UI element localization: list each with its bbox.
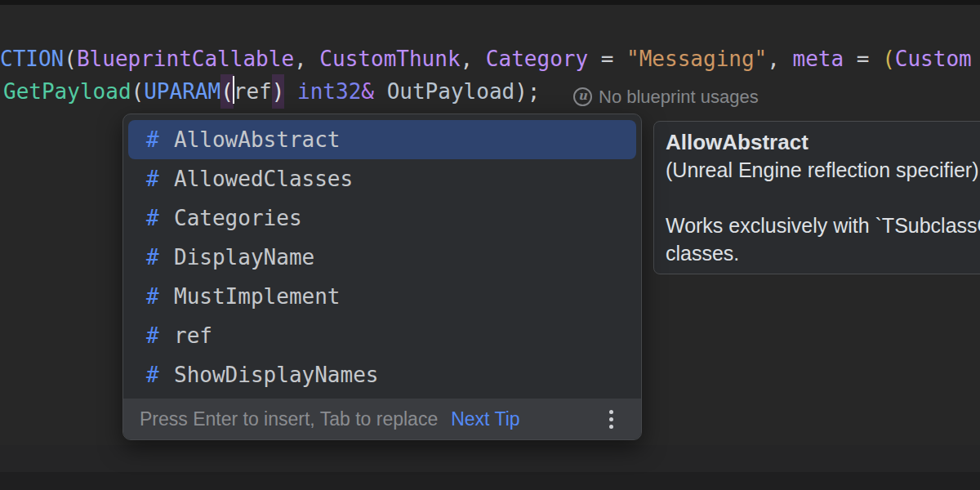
code-token <box>374 79 387 104</box>
code-token: ( <box>131 79 145 104</box>
code-token: CTION <box>0 47 64 71</box>
footer-hint-text: Press Enter to insert, Tab to replace <box>140 408 438 430</box>
usage-hint-label: No blueprint usages <box>599 87 759 108</box>
completion-item[interactable]: #DisplayName <box>128 238 636 277</box>
hash-attribute-icon: # <box>146 245 161 270</box>
more-options-icon[interactable] <box>606 407 617 432</box>
completion-item-label: ref <box>174 323 212 348</box>
code-token: "Messaging" <box>626 47 767 71</box>
completion-footer: Press Enter to insert, Tab to replace Ne… <box>123 399 641 439</box>
completion-item[interactable]: #Categories <box>128 198 636 238</box>
code-token: ( <box>64 47 77 71</box>
completion-item-label: AllowAbstract <box>174 127 341 152</box>
unreal-engine-icon: u <box>573 87 592 106</box>
hash-attribute-icon: # <box>146 284 161 309</box>
code-token: , <box>461 47 486 71</box>
code-token: GetPayload <box>3 79 131 104</box>
completion-item[interactable]: #AllowedClasses <box>128 159 636 198</box>
hash-attribute-icon: # <box>146 167 161 191</box>
code-token: = <box>844 47 882 71</box>
completion-popup: #AllowAbstract#AllowedClasses#Categories… <box>122 114 642 440</box>
code-token: , <box>767 47 792 71</box>
code-token: int32 <box>297 79 361 104</box>
completion-item-label: AllowedClasses <box>174 167 353 191</box>
doc-line: classes. <box>666 239 980 267</box>
doc-line: (Unreal Engine reflection specifier) <box>666 156 980 184</box>
code-token: OutPayload <box>387 79 515 104</box>
code-token: meta <box>793 47 844 71</box>
code-line-getpayload[interactable]: GetPayload(UPARAM(ref) int32& OutPayload… <box>3 75 541 108</box>
next-tip-link[interactable]: Next Tip <box>451 408 519 430</box>
code-token: ( <box>220 74 234 109</box>
doc-body: (Unreal Engine reflection specifier) Wor… <box>666 156 980 267</box>
code-token: , <box>294 47 319 71</box>
completion-item[interactable]: #ref <box>128 316 636 355</box>
doc-title: AllowAbstract <box>666 128 980 156</box>
hash-attribute-icon: # <box>146 363 161 387</box>
completion-item[interactable]: #ShowDisplayNames <box>128 355 636 394</box>
code-token: = <box>588 47 626 71</box>
code-token: ( <box>882 47 895 71</box>
ide-editor-screen: CTION(BlueprintCallable, CustomThunk, Ca… <box>0 0 980 490</box>
code-token: & <box>361 79 374 104</box>
code-token: Custom <box>895 47 972 71</box>
code-token: ); <box>514 79 540 104</box>
completion-item-label: ShowDisplayNames <box>174 363 378 387</box>
completion-item[interactable]: #AllowAbstract <box>128 120 636 159</box>
doc-line <box>666 184 980 212</box>
code-token <box>284 79 297 104</box>
completion-item-label: Categories <box>174 206 302 230</box>
code-token: ) <box>272 74 285 109</box>
completion-list: #AllowAbstract#AllowedClasses#Categories… <box>123 114 641 399</box>
documentation-popup: AllowAbstract (Unreal Engine reflection … <box>653 121 980 274</box>
hash-attribute-icon: # <box>146 127 161 152</box>
code-token: CustomThunk <box>319 47 460 71</box>
doc-line: Works exclusively with `TSubclassOf` <box>666 212 980 239</box>
completion-item-label: MustImplement <box>174 284 341 309</box>
hash-attribute-icon: # <box>146 323 161 348</box>
window-top-edge <box>0 0 980 5</box>
code-token: ref <box>234 79 272 104</box>
hash-attribute-icon: # <box>146 206 161 230</box>
background-band <box>0 472 980 490</box>
code-token: UPARAM <box>144 79 220 104</box>
code-token: BlueprintCallable <box>77 47 294 71</box>
completion-item[interactable]: #MustImplement <box>128 277 636 316</box>
code-token: Category <box>486 47 588 71</box>
background-band <box>0 445 980 472</box>
code-line-ufunction[interactable]: CTION(BlueprintCallable, CustomThunk, Ca… <box>0 42 972 75</box>
completion-item-label: DisplayName <box>174 245 314 270</box>
blueprint-usages-hint[interactable]: u No blueprint usages <box>573 86 759 108</box>
